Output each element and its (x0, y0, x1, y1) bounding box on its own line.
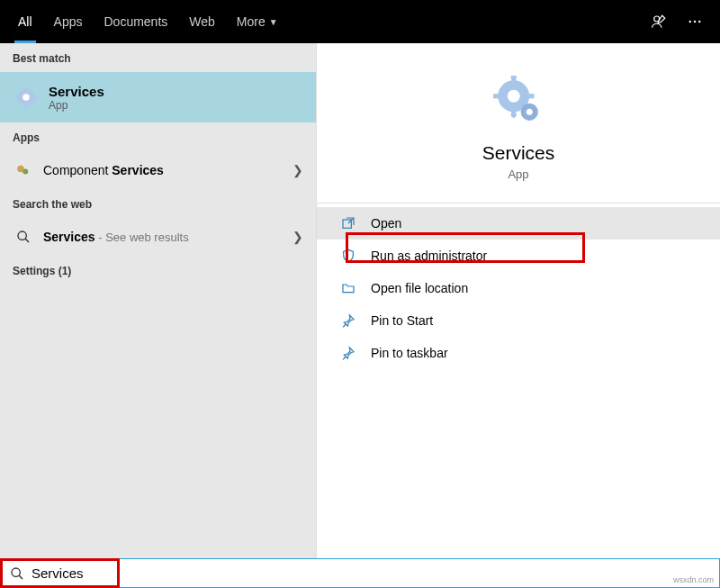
top-tab-bar: All Apps Documents Web More▼ (0, 0, 720, 43)
svg-rect-6 (25, 86, 27, 89)
gear-icon (14, 86, 38, 109)
svg-point-11 (22, 169, 28, 175)
pin-icon (338, 346, 358, 360)
svg-rect-7 (25, 105, 27, 109)
divider (317, 203, 720, 204)
results-panel: Best match Services App Apps Component S… (0, 43, 317, 558)
web-header: Search the web (0, 189, 316, 218)
tab-more[interactable]: More▼ (226, 0, 289, 43)
tab-documents-label: Documents (104, 14, 167, 29)
action-label: Pin to Start (371, 313, 433, 328)
action-label: Run as administrator (371, 249, 487, 263)
tab-all[interactable]: All (7, 0, 43, 43)
watermark: wsxdn.com (673, 575, 714, 584)
action-label: Open file location (371, 281, 468, 295)
svg-rect-19 (528, 94, 535, 98)
search-input-highlighted[interactable]: Services (0, 558, 120, 588)
best-match-header: Best match (0, 43, 316, 72)
pin-icon (338, 313, 358, 328)
result-label: Services - See web results (43, 230, 189, 244)
svg-point-15 (508, 90, 520, 103)
tab-web[interactable]: Web (178, 0, 226, 43)
svg-line-26 (19, 575, 22, 579)
svg-point-5 (22, 94, 30, 101)
svg-line-13 (25, 239, 29, 242)
chevron-right-icon: ❯ (292, 163, 303, 177)
action-label: Open (371, 216, 401, 231)
folder-icon (338, 281, 358, 295)
settings-header[interactable]: Settings (1) (0, 256, 316, 285)
action-open-location[interactable]: Open file location (317, 272, 720, 304)
chevron-right-icon: ❯ (292, 230, 303, 244)
svg-point-25 (12, 568, 20, 576)
preview-panel: Services App Open Run as administrator O… (317, 43, 720, 558)
svg-point-2 (694, 21, 696, 23)
app-preview: Services App (317, 43, 720, 203)
tab-documents[interactable]: Documents (93, 0, 178, 43)
chevron-down-icon: ▼ (269, 17, 278, 27)
svg-rect-8 (14, 96, 18, 98)
tab-all-label: All (18, 14, 32, 29)
svg-rect-18 (493, 94, 500, 98)
svg-point-12 (18, 231, 26, 240)
action-pin-start[interactable]: Pin to Start (317, 304, 720, 337)
gear-large-icon (493, 76, 544, 126)
result-web-services[interactable]: Services - See web results ❯ (0, 218, 316, 256)
taskbar-search: Services wsxdn.com (0, 558, 720, 588)
best-match-result[interactable]: Services App (0, 72, 316, 122)
result-component-services[interactable]: Component Services ❯ (0, 151, 316, 189)
svg-point-23 (526, 109, 533, 115)
svg-point-3 (698, 21, 700, 23)
preview-type: App (317, 167, 720, 181)
action-pin-taskbar[interactable]: Pin to taskbar (317, 337, 720, 369)
preview-title: Services (317, 142, 720, 164)
svg-point-1 (689, 21, 691, 23)
action-label: Pin to taskbar (371, 346, 448, 360)
svg-rect-9 (34, 96, 38, 98)
result-label: Component Services (43, 163, 164, 177)
best-match-title: Services (49, 84, 267, 99)
apps-header: Apps (0, 122, 316, 151)
search-icon (10, 566, 24, 581)
search-icon (13, 230, 34, 244)
tab-apps[interactable]: Apps (43, 0, 94, 43)
more-options-icon[interactable] (677, 0, 713, 43)
shield-icon (338, 249, 358, 263)
component-icon (13, 162, 34, 178)
best-match-subtitle: App (49, 99, 267, 112)
action-run-admin[interactable]: Run as administrator (317, 240, 720, 272)
action-open[interactable]: Open (317, 207, 720, 240)
search-input-rest[interactable]: wsxdn.com (120, 558, 720, 588)
open-icon (338, 216, 358, 231)
tab-more-label: More (237, 14, 266, 29)
feedback-icon[interactable] (641, 0, 677, 43)
tab-apps-label: Apps (54, 14, 83, 29)
search-input-value: Services (32, 565, 84, 581)
tab-web-label: Web (189, 14, 215, 29)
